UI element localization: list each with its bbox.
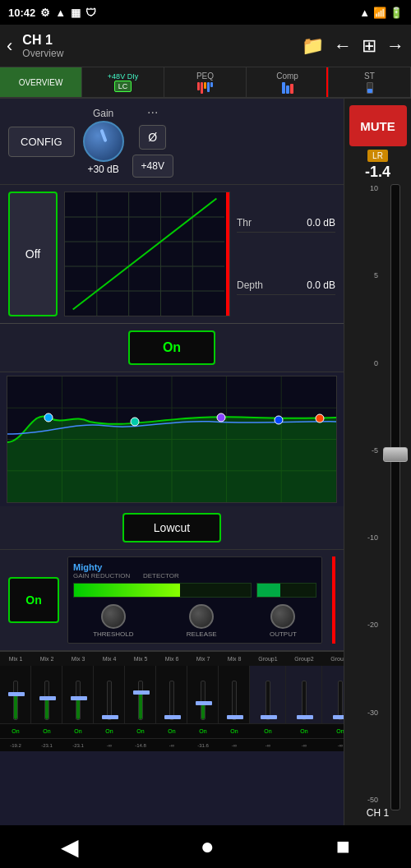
thr-label: Thr	[237, 217, 252, 229]
phi-button[interactable]: Ø	[139, 125, 166, 150]
channel-title: CH 1	[22, 33, 295, 48]
v48-button[interactable]: +48V	[132, 155, 173, 178]
gain-knob[interactable]	[83, 121, 124, 162]
tab-overview[interactable]: OVERVIEW	[0, 67, 82, 97]
more-options-icon[interactable]: ···	[147, 105, 158, 120]
scale-neg30: -30	[348, 709, 378, 717]
lowcut-section: Lowcut	[0, 506, 344, 550]
scale-neg10: -10	[348, 533, 378, 542]
config-button[interactable]: CONFIG	[8, 127, 75, 157]
grid-icon[interactable]: ⊞	[362, 35, 376, 57]
nav-bar: ‹ CH 1 Overview 📁 ← ⊞ →	[0, 25, 411, 67]
ch1-on-status: On	[0, 728, 31, 734]
ch-name-group1: Group1	[250, 656, 286, 662]
lr-badge: LR	[367, 150, 388, 162]
fader-track[interactable]	[383, 184, 408, 810]
tab-st[interactable]: ST	[329, 67, 411, 97]
ch7-on-status: On	[187, 728, 219, 734]
channel-subtitle: Overview	[22, 48, 295, 59]
mini-fader-group3[interactable]	[322, 666, 344, 723]
folder-icon[interactable]: 📁	[302, 35, 324, 57]
svg-line-8	[73, 199, 217, 310]
tab-peq-label: PEQ	[196, 72, 214, 81]
app-wrapper: 10:42 ⚙ ▲ ▦ 🛡 ▲ 📶 🔋 ‹ CH 1 Overview 📁 ← …	[0, 0, 411, 868]
signal-icon: 📶	[373, 7, 386, 19]
mini-fader-7[interactable]	[187, 666, 219, 723]
level-meter-bar	[226, 192, 229, 316]
mini-fader-6[interactable]	[156, 666, 187, 723]
mini-fader-4[interactable]	[94, 666, 125, 723]
gate-off-button[interactable]: Off	[8, 192, 58, 316]
gate-section: Off	[0, 185, 344, 324]
comp-knob-output: OUTPUT	[270, 604, 297, 638]
arrow-right-icon[interactable]: →	[386, 35, 404, 57]
arrow-left-icon[interactable]: ←	[334, 35, 352, 57]
comp-display: Mighty GAIN REDUCTION DETECTOR	[67, 556, 322, 644]
output-knob[interactable]	[270, 604, 295, 629]
comp-on-button[interactable]: On	[8, 577, 59, 623]
ch-name-group2: Group2	[286, 656, 322, 662]
back-nav-button[interactable]: ◀	[61, 833, 79, 861]
eq-graph-section	[7, 376, 337, 503]
peq-on-button[interactable]: On	[128, 330, 215, 365]
ch-name-7: Mix 7	[187, 656, 219, 662]
mini-fader-group1[interactable]	[250, 666, 286, 723]
scale-neg5: -5	[348, 446, 378, 455]
home-nav-button[interactable]: ●	[201, 833, 215, 860]
lowcut-button[interactable]: Lowcut	[122, 513, 221, 542]
gain-value: +30 dB	[87, 164, 118, 175]
tab-gate[interactable]: +48V DIy LC	[82, 67, 164, 97]
threshold-row: Thr 0.0 dB	[237, 214, 335, 233]
ch5-level: -14.8	[125, 743, 156, 748]
square-nav-button[interactable]: ■	[336, 833, 350, 860]
gain-section: CONFIG Gain +30 dB ··· Ø +48V	[0, 99, 344, 185]
mini-fader-1[interactable]	[0, 666, 31, 723]
compressor-section: On Mighty GAIN REDUCTION DETECTOR	[0, 550, 344, 651]
mini-fader-5[interactable]	[125, 666, 156, 723]
ch3-on-status: On	[62, 728, 94, 734]
peq-on-section: On	[0, 324, 344, 372]
content-area: CONFIG Gain +30 dB ··· Ø +48V Off	[0, 99, 411, 825]
time-display: 10:42	[8, 7, 35, 19]
release-knob[interactable]	[189, 604, 214, 629]
status-left: 10:42 ⚙ ▲ ▦ 🛡	[8, 7, 96, 19]
fader-level-display: -1.4	[365, 164, 390, 181]
ch1-level: -19.2	[0, 743, 31, 748]
tab-bar: OVERVIEW +48V DIy LC PEQ Comp	[0, 67, 411, 99]
mini-fader-2[interactable]	[31, 666, 62, 723]
depth-row: Depth 0.0 dB	[237, 276, 335, 295]
tab-peq[interactable]: PEQ	[164, 67, 247, 97]
mini-fader-8[interactable]	[219, 666, 250, 723]
ch5-on-status: On	[125, 728, 156, 734]
ch-name-6: Mix 6	[156, 656, 187, 662]
mini-fader-3[interactable]	[62, 666, 94, 723]
ch-name-1: Mix 1	[0, 656, 31, 662]
comp-knob-threshold: THRESHOLD	[93, 604, 133, 638]
tab-comp[interactable]: Comp	[247, 67, 329, 97]
svg-point-20	[275, 416, 283, 424]
back-button[interactable]: ‹	[7, 35, 12, 57]
mute-button[interactable]: MUTE	[349, 105, 407, 146]
mini-fader-group2[interactable]	[286, 666, 322, 723]
gate-graph	[65, 192, 224, 316]
fader-knob[interactable]	[383, 447, 408, 462]
alert-icon: ▲	[55, 7, 66, 19]
depth-label: Depth	[237, 279, 263, 291]
gain-controls: ··· Ø +48V	[132, 105, 173, 178]
scale-neg20: -20	[348, 621, 378, 629]
ch-on-row: On On On On On On On On On On On On On O…	[0, 723, 344, 738]
ch2-level: -23.1	[31, 743, 62, 748]
output-label: OUTPUT	[270, 630, 297, 638]
fader-panel: MUTE LR -1.4 10 5 0 -5 -10 -20 -30 -50	[344, 99, 411, 825]
ch8-on-status: On	[219, 728, 250, 734]
threshold-knob[interactable]	[101, 604, 126, 629]
wifi-icon: ▲	[359, 7, 370, 19]
group2-on-status: On	[286, 728, 322, 734]
thr-value: 0.0 dB	[307, 217, 335, 229]
ch3-level: -23.1	[62, 743, 94, 748]
status-right: ▲ 📶 🔋	[359, 7, 403, 19]
group1-on-status: On	[250, 728, 286, 734]
svg-point-19	[217, 413, 225, 422]
mini-faders-row	[0, 666, 344, 723]
release-label: RELEASE	[187, 630, 217, 638]
